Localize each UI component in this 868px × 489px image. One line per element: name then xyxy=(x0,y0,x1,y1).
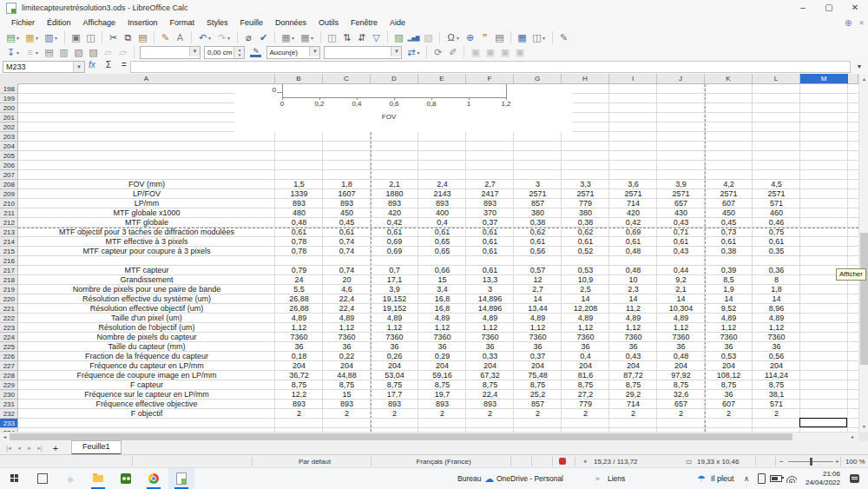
cell-F225[interactable]: 36 xyxy=(466,342,514,352)
horizontal-scroll-thumb[interactable] xyxy=(10,433,792,440)
column-header-K[interactable]: K xyxy=(705,74,753,84)
cell-H230[interactable]: 27,2 xyxy=(562,390,609,400)
maximize-button[interactable]: ▢ xyxy=(816,0,842,16)
cell-J232[interactable]: 2 xyxy=(657,409,705,419)
cell-D219[interactable]: 3,9 xyxy=(371,285,418,294)
cell-G229[interactable]: 8,75 xyxy=(514,380,562,390)
cell-C208[interactable]: 1,8 xyxy=(323,180,371,189)
cell-L227[interactable]: 204 xyxy=(753,361,800,371)
clone-formatting-icon[interactable]: ✎ xyxy=(159,31,172,44)
cell-H208[interactable]: 3,3 xyxy=(562,180,609,189)
cell-B225[interactable]: 36 xyxy=(275,342,323,352)
cell-L211[interactable]: 460 xyxy=(753,208,800,218)
row-header-230[interactable]: 230 xyxy=(0,390,18,400)
row-header-223[interactable]: 223 xyxy=(0,323,18,333)
points-icon[interactable]: ✐ xyxy=(446,46,459,59)
hyperlink-icon[interactable]: ⊕ xyxy=(464,31,477,44)
cell-F227[interactable]: 204 xyxy=(466,361,514,371)
toolbar-overflow-chevron[interactable]: » xyxy=(595,468,600,489)
undo-icon-dropdown[interactable]: ▾ xyxy=(208,35,214,41)
cell-K215[interactable]: 0,38 xyxy=(705,247,753,256)
cell-B213[interactable]: 0,61 xyxy=(275,228,323,237)
cell-H223[interactable]: 1,12 xyxy=(562,323,609,333)
cell-C227[interactable]: 204 xyxy=(323,361,371,371)
cell-H222[interactable]: 4,89 xyxy=(562,314,609,323)
cell-B228[interactable]: 36,72 xyxy=(275,371,323,380)
menu-fenetre[interactable]: Fenêtre xyxy=(345,17,384,29)
cell-L219[interactable]: 1,8 xyxy=(753,285,800,294)
line-arrows-icon[interactable]: ⇄ xyxy=(404,46,418,59)
cell-C214[interactable]: 0,74 xyxy=(323,237,371,247)
column-header-B[interactable]: B xyxy=(275,74,323,84)
line-color-button[interactable]: ✎ xyxy=(248,47,263,58)
area-fill-select[interactable]: ▼ xyxy=(324,46,402,59)
column-icon[interactable]: ▦ xyxy=(299,31,312,44)
cell-cursor-M233[interactable] xyxy=(799,418,847,427)
row-header-217[interactable]: 217 xyxy=(0,266,18,275)
row-header-219[interactable]: 219 xyxy=(0,285,18,294)
paste-icon[interactable]: ▤ xyxy=(136,31,149,44)
cell-J214[interactable]: 0,61 xyxy=(657,237,705,247)
cell-J227[interactable]: 204 xyxy=(657,361,705,371)
cell-J228[interactable]: 97,92 xyxy=(657,371,705,380)
special-character-icon-dropdown[interactable]: ▾ xyxy=(457,35,463,41)
language-label[interactable]: Français (France) xyxy=(379,455,508,468)
cell-L217[interactable]: 0,36 xyxy=(753,266,800,275)
weather-umbrella-icon[interactable]: ☂ xyxy=(697,468,706,489)
cell-B212[interactable]: 0,48 xyxy=(275,218,323,228)
group-icon[interactable]: ▣ xyxy=(469,46,482,59)
row-header-224[interactable]: 224 xyxy=(0,333,18,342)
cell-A227[interactable]: Fréquence du capteur en LP/mm xyxy=(18,361,275,371)
cell-G218[interactable]: 12 xyxy=(514,275,562,285)
previous-sheet-icon[interactable]: ◂ xyxy=(14,445,24,452)
cell-F218[interactable]: 13,3 xyxy=(466,275,514,285)
vertical-scrollbar[interactable]: ▲ ▼ xyxy=(858,74,868,432)
cell-F209[interactable]: 2417 xyxy=(466,189,514,199)
cell-C224[interactable]: 7360 xyxy=(323,333,371,342)
headers-footers-icon[interactable]: ▤ xyxy=(493,31,506,44)
line-arrows-icon-dropdown[interactable]: ▾ xyxy=(417,50,423,56)
cell-J215[interactable]: 0,43 xyxy=(657,247,705,256)
onedrive-icon[interactable]: ☁ xyxy=(484,468,494,489)
cell-A217[interactable]: MTF capteur xyxy=(18,266,275,275)
cell-B208[interactable]: 1,5 xyxy=(275,180,323,189)
cell-E215[interactable]: 0,65 xyxy=(418,247,466,256)
task-view-button[interactable] xyxy=(30,468,56,489)
cell-F230[interactable]: 22,4 xyxy=(466,390,514,400)
cell-F223[interactable]: 1,12 xyxy=(466,323,514,333)
cell-F221[interactable]: 14,896 xyxy=(466,304,514,314)
cell-E226[interactable]: 0,29 xyxy=(418,352,466,361)
cell-L224[interactable]: 7360 xyxy=(753,333,800,342)
cell-K225[interactable]: 36 xyxy=(705,342,753,352)
cell-K228[interactable]: 108,12 xyxy=(705,371,753,380)
cell-G215[interactable]: 0,56 xyxy=(514,247,562,256)
cell-D209[interactable]: 1880 xyxy=(371,189,418,199)
exit-group-icon[interactable]: ▣ xyxy=(513,46,526,59)
cell-A210[interactable]: LP/mm xyxy=(18,199,275,208)
cell-L230[interactable]: 38,1 xyxy=(753,390,800,400)
print-icon[interactable]: ▣ xyxy=(69,31,82,44)
insert-image-icon[interactable]: ▨ xyxy=(392,31,405,44)
cell-F232[interactable]: 2 xyxy=(466,409,514,419)
row-header-225[interactable]: 225 xyxy=(0,342,18,352)
row-header-233[interactable]: 233 xyxy=(0,419,18,428)
cell-F217[interactable]: 0,61 xyxy=(466,266,514,275)
cell-J221[interactable]: 10,304 xyxy=(657,304,705,314)
cell-F226[interactable]: 0,33 xyxy=(466,352,514,361)
cell-C229[interactable]: 8,75 xyxy=(323,380,371,390)
enter-group-icon[interactable]: ▣ xyxy=(498,46,511,59)
cell-E210[interactable]: 893 xyxy=(418,199,466,208)
menu-feuille[interactable]: Feuille xyxy=(233,17,269,29)
cell-I228[interactable]: 87,72 xyxy=(609,371,657,380)
cell-K217[interactable]: 0,39 xyxy=(705,266,753,275)
cell-C228[interactable]: 44,88 xyxy=(323,371,371,380)
spreadsheet-grid[interactable]: ABCDEFGHIJKLM198199200201202203204205206… xyxy=(0,74,868,432)
cell-A226[interactable]: Fraction de la fréquence du capteur xyxy=(18,352,275,361)
open-icon[interactable]: ▦ xyxy=(23,31,36,44)
cell-C209[interactable]: 1607 xyxy=(323,189,371,199)
cell-J220[interactable]: 14 xyxy=(657,294,705,304)
undo-icon[interactable]: ↶ xyxy=(196,31,209,44)
vertical-scroll-thumb[interactable] xyxy=(860,233,868,365)
row-header-213[interactable]: 213 xyxy=(0,228,18,237)
cell-K222[interactable]: 4,89 xyxy=(705,314,753,323)
